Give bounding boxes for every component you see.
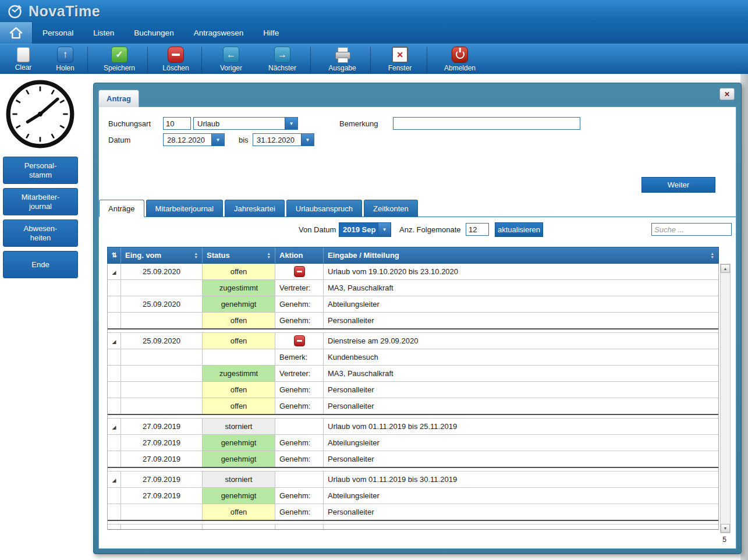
row-expander-cell[interactable] [108, 504, 121, 520]
tab-jahreskartei[interactable]: Jahreskartei [225, 200, 285, 217]
row-date [121, 366, 203, 381]
delete-action-icon[interactable] [294, 335, 305, 346]
row-expander-cell[interactable] [108, 296, 121, 312]
row-expander-cell[interactable] [108, 349, 121, 365]
menu-item-listen[interactable]: Listen [83, 22, 124, 44]
buchungsart-code-input[interactable] [163, 117, 191, 130]
expander-icon[interactable] [112, 267, 116, 276]
chevron-down-icon[interactable]: ▼ [211, 134, 224, 146]
row-expander-cell[interactable] [108, 435, 121, 451]
toolbar-button-fenster[interactable]: Fenster [380, 45, 420, 74]
sidebar-button-personalstamm[interactable]: Personal- stamm [3, 157, 78, 184]
toolbar-button-abmelden[interactable]: Abmelden [438, 45, 482, 74]
tab-antraege[interactable]: Anträge [99, 200, 144, 217]
menu-item-personal[interactable]: Personal [33, 22, 83, 44]
row-status-badge: storniert [203, 472, 275, 487]
row-date: 25.09.2020 [121, 296, 203, 312]
row-action [275, 472, 324, 487]
tab-mitarbeiterjournal[interactable]: Mitarbeiterjournal [146, 200, 223, 217]
tab-zeitkonten[interactable]: Zeitkonten [364, 200, 418, 217]
row-date: 27.09.2019 [121, 472, 203, 487]
scrollbar-track[interactable] [721, 273, 730, 524]
expander-icon[interactable] [112, 422, 116, 431]
column-header-mitteilung[interactable]: Eingabe / Mitteilung ▲▼ [324, 247, 718, 263]
bemerkung-label: Bemerkung [339, 119, 378, 128]
search-input[interactable] [651, 223, 732, 236]
sidebar-button-abwesenheiten[interactable]: Abwesen- heiten [3, 219, 78, 247]
check-icon [111, 47, 127, 63]
row-expander-cell[interactable] [108, 333, 121, 349]
row-action: Bemerk: [275, 349, 324, 365]
vertical-scrollbar[interactable]: ▲ ▼ [720, 264, 731, 533]
expander-icon[interactable] [112, 336, 116, 345]
row-status-badge: offen [203, 333, 275, 349]
chevron-down-icon[interactable]: ▼ [285, 118, 297, 129]
scroll-up-icon[interactable]: ▲ [721, 264, 730, 273]
buchungsart-select[interactable]: Urlaub ▼ [193, 117, 298, 130]
table-row: 27.09.2019 storniert Urlaub vom 01.11.20… [108, 419, 718, 435]
sidebar-button-ende[interactable]: Ende [3, 251, 78, 278]
von-datum-select[interactable]: 2019 Sep ▼ [339, 222, 391, 237]
toolbar-button-speichern[interactable]: Speichern [98, 45, 140, 74]
home-tab[interactable] [0, 22, 33, 44]
row-message: MA3, Pauschalkraft [324, 366, 718, 381]
row-action: Vertreter: [275, 366, 324, 381]
chevron-down-icon[interactable]: ▼ [301, 134, 314, 146]
row-expander-cell[interactable] [108, 398, 121, 414]
column-header-status[interactable]: Status ▲▼ [203, 247, 275, 263]
scroll-down-icon[interactable]: ▼ [721, 524, 730, 533]
titlebar: NovaTime [0, 0, 748, 22]
table-row: offen Genehm: Personalleiter [108, 398, 718, 415]
sidebar-button-mitarbeiterjournal[interactable]: Mitarbeiter- journal [3, 188, 78, 215]
datum-von-picker[interactable]: 28.12.2020 ▼ [163, 133, 225, 146]
row-expander-cell[interactable] [108, 366, 121, 381]
collapse-all-icon: ⇅ [111, 252, 116, 258]
collapse-all-header[interactable]: ⇅ [108, 247, 121, 263]
column-header-eing-vom[interactable]: Eing. vom ▲▼ [121, 247, 203, 263]
aktualisieren-button[interactable]: aktualisieren [495, 222, 543, 237]
toolbar-button-clear[interactable]: Clear [5, 45, 42, 74]
close-button[interactable]: ✕ [719, 88, 735, 100]
row-message [324, 524, 718, 529]
row-expander-cell[interactable] [108, 472, 121, 487]
app-title: NovaTime [29, 3, 100, 20]
toolbar-button-holen[interactable]: Holen [47, 45, 84, 74]
expander-icon[interactable] [112, 475, 116, 484]
sort-icon: ▲▼ [265, 252, 271, 258]
sidebar: Personal- stamm Mitarbeiter- journal Abw… [0, 74, 86, 560]
row-date [121, 280, 203, 296]
row-status-badge: offen [203, 398, 275, 414]
row-expander-cell[interactable] [108, 419, 121, 434]
dialog-tab-antrag[interactable]: Antrag [98, 90, 139, 107]
toolbar-button-naechster[interactable]: Nächster [264, 45, 301, 74]
row-expander-cell[interactable] [108, 488, 121, 504]
tab-urlaubsanspruch[interactable]: Urlaubsanspruch [286, 200, 362, 217]
row-expander-cell[interactable] [108, 524, 121, 529]
sort-icon: ▲▼ [708, 252, 714, 258]
toolbar-button-ausgabe[interactable]: Ausgabe [322, 45, 362, 74]
toolbar-button-voriger[interactable]: Voriger [212, 45, 250, 74]
row-expander-cell[interactable] [108, 280, 121, 296]
folgemonate-input[interactable] [466, 223, 489, 236]
column-header-aktion: Aktion [275, 247, 324, 263]
toolbar-button-loeschen[interactable]: Löschen [155, 45, 197, 74]
row-status-badge: offen [203, 264, 275, 279]
chevron-down-icon[interactable]: ▼ [378, 223, 391, 236]
bemerkung-input[interactable] [393, 117, 580, 130]
row-expander-cell[interactable] [108, 313, 121, 328]
menu-item-antragswesen[interactable]: Antragswesen [184, 22, 254, 44]
row-expander-cell[interactable] [108, 264, 121, 279]
page-indicator: 5 [722, 536, 726, 544]
row-expander-cell[interactable] [108, 451, 121, 467]
row-message: Urlaub vom 19.10.2020 bis 23.10.2020 [324, 264, 718, 279]
weiter-button[interactable]: Weiter [641, 177, 715, 193]
row-expander-cell[interactable] [108, 382, 121, 398]
row-action: Genehm: [275, 313, 324, 328]
row-action: Genehm: [275, 398, 324, 414]
delete-action-icon[interactable] [294, 266, 305, 277]
menu-item-hilfe[interactable]: Hilfe [253, 22, 289, 44]
von-datum-label: Von Datum [299, 225, 336, 234]
row-status-badge: genehmigt [203, 435, 275, 451]
menu-item-buchungen[interactable]: Buchungen [124, 22, 183, 44]
datum-bis-picker[interactable]: 31.12.2020 ▼ [253, 133, 314, 146]
